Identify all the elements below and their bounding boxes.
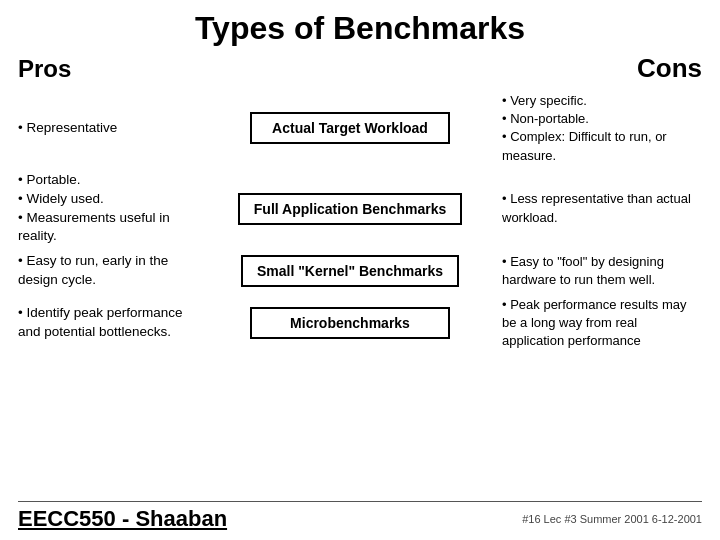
benchmark-box-2: Small "Kernel" Benchmarks (241, 255, 459, 287)
benchmark-col-2: Small "Kernel" Benchmarks (208, 255, 492, 287)
row-2: • Easy to run, early in the design cycle… (18, 252, 702, 290)
benchmark-col-1: Full Application Benchmarks (208, 193, 492, 225)
footer-info: #16 Lec #3 Summer 2001 6-12-2001 (522, 513, 702, 525)
cons-label: Cons (637, 53, 702, 84)
row-1: • Portable. • Widely used. • Measurement… (18, 171, 702, 247)
footer-title: EECC550 - Shaaban (18, 506, 227, 532)
pros-2: • Easy to run, early in the design cycle… (18, 252, 208, 290)
benchmark-box-0: Actual Target Workload (250, 112, 450, 144)
row-0: • Representative Actual Target Workload … (18, 92, 702, 165)
cons-1: • Less representative than actual worklo… (492, 190, 702, 226)
cons-3: • Peak performance results may be a long… (492, 296, 702, 351)
pros-0: • Representative (18, 119, 208, 138)
footer: EECC550 - Shaaban #16 Lec #3 Summer 2001… (18, 501, 702, 532)
pros-label: Pros (18, 55, 71, 83)
cons-2: • Easy to "fool" by designing hardware t… (492, 253, 702, 289)
page-title: Types of Benchmarks (18, 10, 702, 47)
benchmark-col-0: Actual Target Workload (208, 112, 492, 144)
row-3: • Identify peak performance and potentia… (18, 296, 702, 351)
page: Types of Benchmarks Pros Cons • Represen… (0, 0, 720, 540)
content-grid: • Representative Actual Target Workload … (18, 92, 702, 495)
cons-0: • Very specific. • Non-portable. • Compl… (492, 92, 702, 165)
pros-3: • Identify peak performance and potentia… (18, 304, 208, 342)
benchmark-col-3: Microbenchmarks (208, 307, 492, 339)
benchmark-box-1: Full Application Benchmarks (238, 193, 462, 225)
benchmark-box-3: Microbenchmarks (250, 307, 450, 339)
pros-1: • Portable. • Widely used. • Measurement… (18, 171, 208, 247)
